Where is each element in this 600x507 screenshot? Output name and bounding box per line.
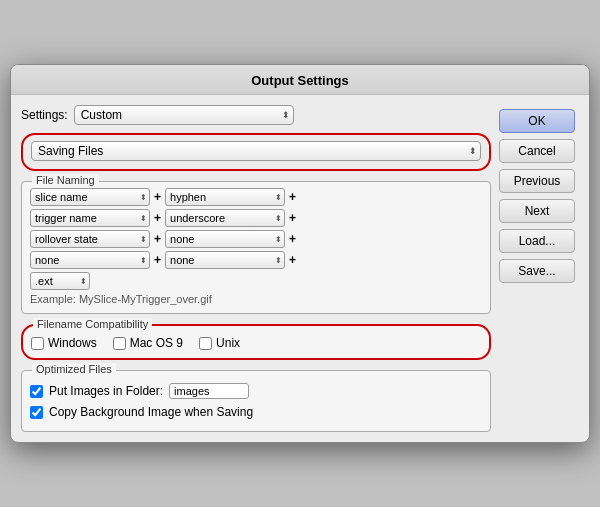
file-naming-title: File Naming <box>32 174 99 186</box>
naming-left-3[interactable]: rollover state <box>30 230 150 248</box>
compat-windows[interactable]: Windows <box>31 336 97 350</box>
ext-select[interactable]: .ext <box>30 272 90 290</box>
filename-compat-section: Filename Compatibility Windows Mac OS 9 … <box>21 324 491 360</box>
compat-unix-checkbox[interactable] <box>199 337 212 350</box>
compat-macos9-label: Mac OS 9 <box>130 336 183 350</box>
example-value: MySlice-MyTrigger_over.gif <box>79 293 212 305</box>
saving-files-section: Saving Files <box>21 133 491 171</box>
output-settings-dialog: Output Settings Settings: Custom Saving … <box>10 64 590 443</box>
example-label: Example: <box>30 293 76 305</box>
example-text: Example: MySlice-MyTrigger_over.gif <box>30 293 482 305</box>
folder-input[interactable] <box>169 383 249 399</box>
save-button[interactable]: Save... <box>499 259 575 283</box>
settings-select-wrapper: Custom <box>74 105 294 125</box>
compat-windows-checkbox[interactable] <box>31 337 44 350</box>
naming-right-1-wrap: hyphen <box>165 188 285 206</box>
naming-left-1-wrap: slice name <box>30 188 150 206</box>
naming-right-4[interactable]: none <box>165 251 285 269</box>
plus-3: + <box>154 232 161 246</box>
plus-1: + <box>154 190 161 204</box>
naming-right-3[interactable]: none <box>165 230 285 248</box>
ok-button[interactable]: OK <box>499 109 575 133</box>
settings-select[interactable]: Custom <box>74 105 294 125</box>
compat-unix[interactable]: Unix <box>199 336 240 350</box>
naming-left-4[interactable]: none <box>30 251 150 269</box>
naming-left-1[interactable]: slice name <box>30 188 150 206</box>
plus-1b: + <box>289 190 296 204</box>
side-buttons: OK Cancel Previous Next Load... Save... <box>499 105 579 432</box>
cancel-button[interactable]: Cancel <box>499 139 575 163</box>
dialog-title: Output Settings <box>11 65 589 95</box>
naming-row-2: trigger name + underscore + <box>30 209 482 227</box>
naming-left-3-wrap: rollover state <box>30 230 150 248</box>
optimized-title: Optimized Files <box>32 363 116 375</box>
load-button[interactable]: Load... <box>499 229 575 253</box>
saving-files-select-outer: Saving Files <box>31 141 481 161</box>
opt-row-1: Put Images in Folder: <box>30 381 482 399</box>
naming-right-4-wrap: none <box>165 251 285 269</box>
compat-row: Windows Mac OS 9 Unix <box>31 332 481 350</box>
file-naming-section: File Naming slice name + hyphen + <box>21 181 491 314</box>
compat-macos9[interactable]: Mac OS 9 <box>113 336 183 350</box>
naming-left-2-wrap: trigger name <box>30 209 150 227</box>
ext-row: .ext <box>30 272 482 290</box>
plus-4: + <box>154 253 161 267</box>
naming-right-1[interactable]: hyphen <box>165 188 285 206</box>
naming-right-3-wrap: none <box>165 230 285 248</box>
compat-macos9-checkbox[interactable] <box>113 337 126 350</box>
copy-bg-checkbox[interactable] <box>30 406 43 419</box>
put-images-label: Put Images in Folder: <box>49 384 163 398</box>
filename-compat-title: Filename Compatibility <box>33 318 152 330</box>
next-button[interactable]: Next <box>499 199 575 223</box>
plus-4b: + <box>289 253 296 267</box>
plus-2: + <box>154 211 161 225</box>
optimized-section: Optimized Files Put Images in Folder: Co… <box>21 370 491 432</box>
compat-windows-label: Windows <box>48 336 97 350</box>
compat-unix-label: Unix <box>216 336 240 350</box>
naming-left-2[interactable]: trigger name <box>30 209 150 227</box>
put-images-checkbox[interactable] <box>30 385 43 398</box>
naming-row-3: rollover state + none + <box>30 230 482 248</box>
naming-right-2[interactable]: underscore <box>165 209 285 227</box>
plus-3b: + <box>289 232 296 246</box>
naming-row-4: none + none + <box>30 251 482 269</box>
plus-2b: + <box>289 211 296 225</box>
previous-button[interactable]: Previous <box>499 169 575 193</box>
opt-row-2: Copy Background Image when Saving <box>30 403 482 419</box>
saving-files-select-wrapper: Saving Files <box>31 141 481 161</box>
naming-left-4-wrap: none <box>30 251 150 269</box>
saving-files-select[interactable]: Saving Files <box>31 141 481 161</box>
settings-row: Settings: Custom <box>21 105 491 125</box>
settings-label: Settings: <box>21 108 68 122</box>
copy-bg-label: Copy Background Image when Saving <box>49 405 253 419</box>
main-content: Settings: Custom Saving Files <box>21 105 491 432</box>
ext-select-wrap: .ext <box>30 272 90 290</box>
naming-row-1: slice name + hyphen + <box>30 188 482 206</box>
naming-right-2-wrap: underscore <box>165 209 285 227</box>
